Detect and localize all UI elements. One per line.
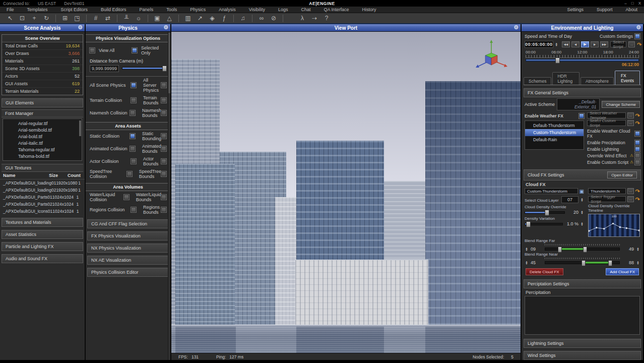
terrain-icon[interactable]: △ xyxy=(163,14,175,23)
menu-file[interactable]: File xyxy=(0,7,21,12)
enable-weather-fx-checkbox[interactable] xyxy=(579,113,584,118)
static-bounding-checkbox[interactable] xyxy=(161,134,166,139)
cloud-layer-stepper[interactable]: ▲▼ xyxy=(580,198,584,202)
wind-settings-header[interactable]: Wind Settings xyxy=(524,351,641,360)
gear-icon[interactable]: ⚙ xyxy=(513,24,519,31)
browse-cloud-file-button[interactable]: ... xyxy=(627,188,634,194)
undo-cloud-file-icon[interactable]: ↷ xyxy=(635,189,640,194)
all-server-physics-checkbox[interactable] xyxy=(161,83,166,88)
link-icon[interactable]: ∞ xyxy=(255,14,268,23)
axis-gizmo-icon[interactable] xyxy=(473,38,509,70)
density-variation-stepper[interactable]: ▲▼ xyxy=(580,222,584,226)
select-custom-script-field[interactable]: Select Custom Script xyxy=(587,120,626,126)
scheme-item-default-rain[interactable]: Default-Rain xyxy=(525,136,584,143)
speedtree-bounds-checkbox[interactable] xyxy=(161,171,166,176)
regions-bounds-checkbox[interactable] xyxy=(161,207,166,212)
table-row[interactable]: _APXDefaultGUI_loading011920x10801 xyxy=(0,179,85,187)
enable-precipitation-checkbox[interactable] xyxy=(635,140,640,145)
scene-analysis-header[interactable]: Scene Analysis ⚙ xyxy=(0,24,85,32)
fast-forward-button[interactable]: ▶▶ xyxy=(600,41,608,47)
volume-icon[interactable]: ♫ xyxy=(237,14,249,23)
terrain-bounds-checkbox[interactable] xyxy=(161,98,166,103)
static-collision-checkbox[interactable] xyxy=(130,134,135,139)
undo-custom-script-icon[interactable]: ↷ xyxy=(635,120,640,126)
mesh-icon[interactable]: ◈ xyxy=(206,14,218,23)
table-row[interactable]: _APXDefaultGUI_Icons011024x10241 xyxy=(0,208,85,215)
menu-analysis[interactable]: Analysis xyxy=(212,7,242,12)
browse-trigger-script-button[interactable]: ... xyxy=(627,196,634,202)
section-particle-and-lighting-fx[interactable]: Particle and Lighting FX xyxy=(2,242,83,251)
menu-about[interactable]: About xyxy=(619,7,644,12)
time-field[interactable]: 00:05:00:00 xyxy=(525,41,553,48)
close-button[interactable]: X xyxy=(638,1,641,6)
density-override-stepper[interactable]: ▲▼ xyxy=(580,210,584,215)
scale-tool-icon[interactable]: ⊞ xyxy=(59,14,71,23)
water-liquid-bounds-checkbox[interactable] xyxy=(161,195,166,200)
view-all-checkbox[interactable] xyxy=(90,48,95,53)
menu-logs[interactable]: Logs xyxy=(272,7,295,12)
blend-near-max-stepper[interactable]: ▲▼ xyxy=(636,261,640,265)
time-stepper[interactable]: ▲▼ xyxy=(555,42,558,47)
enable-lightning-checkbox[interactable] xyxy=(635,147,640,152)
menu-physics[interactable]: Physics xyxy=(183,7,212,12)
scheme-item-custom-thunderstorm[interactable]: Custom-Thunderstorm xyxy=(525,129,584,136)
menu-script-editors[interactable]: Script Editors xyxy=(54,7,95,12)
section-asset-statistics[interactable]: Asset Statistics xyxy=(2,230,83,239)
all-scene-physics-checkbox[interactable] xyxy=(131,83,136,88)
selected-only-checkbox[interactable] xyxy=(132,48,137,53)
actor-collision-checkbox[interactable] xyxy=(131,159,136,164)
physics-scrollbar[interactable] xyxy=(168,32,170,360)
enable-weather-cloud-fx-checkbox[interactable] xyxy=(635,131,640,136)
menu-visibility[interactable]: Visibility xyxy=(242,7,272,12)
blend-far-min-stepper[interactable]: ▲▼ xyxy=(525,247,529,252)
light-toggle-icon[interactable]: ☼ xyxy=(133,14,145,23)
walk-forward-icon[interactable]: ⇢ xyxy=(308,14,320,23)
animated-bounds-checkbox[interactable] xyxy=(161,146,166,151)
blend-near-min-stepper[interactable]: ▲▼ xyxy=(525,261,529,265)
select-script-field[interactable]: Select Script xyxy=(610,41,626,47)
col-size[interactable]: Size xyxy=(40,173,67,178)
section-font-manager[interactable]: Font Manager xyxy=(2,109,83,117)
undo-trigger-script-icon[interactable]: ↷ xyxy=(635,197,640,202)
tab-hdr-lighting[interactable]: HDR Lighting xyxy=(552,72,579,85)
density-variation-slider[interactable] xyxy=(525,223,563,225)
cloud-layer-value[interactable]: 07 xyxy=(561,196,578,203)
ground-lock-icon[interactable]: ╨ xyxy=(120,14,133,23)
package-icon[interactable]: ▣ xyxy=(151,14,163,23)
font-item[interactable]: Arial-semibold.ttf xyxy=(3,127,82,133)
col-name[interactable]: Name xyxy=(3,173,40,178)
font-list-scrollbar[interactable] xyxy=(79,120,81,136)
section-nx-ae-visualization[interactable]: NX AE Visualization xyxy=(87,256,169,265)
navmesh-bounds-checkbox[interactable] xyxy=(161,110,166,115)
gear-icon[interactable]: ⚙ xyxy=(636,24,641,31)
menu-settings[interactable]: Settings xyxy=(560,7,590,12)
physics-viz-header[interactable]: Physics Visualization Options xyxy=(86,34,170,42)
blend-far-max-stepper[interactable]: ▲▼ xyxy=(636,247,640,252)
blend-near-slider[interactable] xyxy=(545,261,620,264)
pick-icon[interactable]: ↗ xyxy=(194,14,206,23)
add-cloud-fx-button[interactable]: Add Cloud FX xyxy=(606,268,639,275)
section-nx-physics-visualization[interactable]: NX Physics Visualization xyxy=(87,244,169,253)
snap-grid-icon[interactable]: # xyxy=(90,14,102,23)
time-of-day-slider[interactable] xyxy=(526,59,639,62)
custom-settings-checkbox[interactable] xyxy=(635,34,640,39)
water-liquid-collision-checkbox[interactable] xyxy=(124,195,129,200)
undo-weather-template-icon[interactable]: ↷ xyxy=(635,113,640,118)
section-textures-and-materials[interactable]: Textures and Materials xyxy=(2,218,83,227)
tab-schemes[interactable]: Schemes xyxy=(524,77,551,85)
open-editor-button[interactable]: Open Editor xyxy=(607,171,637,178)
unlink-icon[interactable]: ⊘ xyxy=(268,14,280,23)
select-trigger-script-field[interactable]: Select Trigger Script xyxy=(588,196,626,202)
menu-chat[interactable]: Chat xyxy=(295,7,317,12)
cloud-file-field[interactable]: Thunderstorm.fx xyxy=(588,188,626,194)
blend-far-slider[interactable] xyxy=(545,248,620,251)
section-gui-elements[interactable]: GUI Elements xyxy=(2,98,83,107)
cloud-name-field[interactable]: Custom-Thunderstorm xyxy=(525,188,578,194)
enable-custom-script-checkbox[interactable] xyxy=(635,160,640,165)
browse-custom-script-button[interactable]: ... xyxy=(627,120,634,126)
menu-templates[interactable]: Templates xyxy=(21,7,54,12)
font-item[interactable]: Arial-bold.ttf xyxy=(3,133,82,140)
gear-icon[interactable]: ⚙ xyxy=(78,24,83,31)
actor-bounds-checkbox[interactable] xyxy=(161,159,166,164)
physics-header[interactable]: Physics ⚙ xyxy=(86,24,170,32)
